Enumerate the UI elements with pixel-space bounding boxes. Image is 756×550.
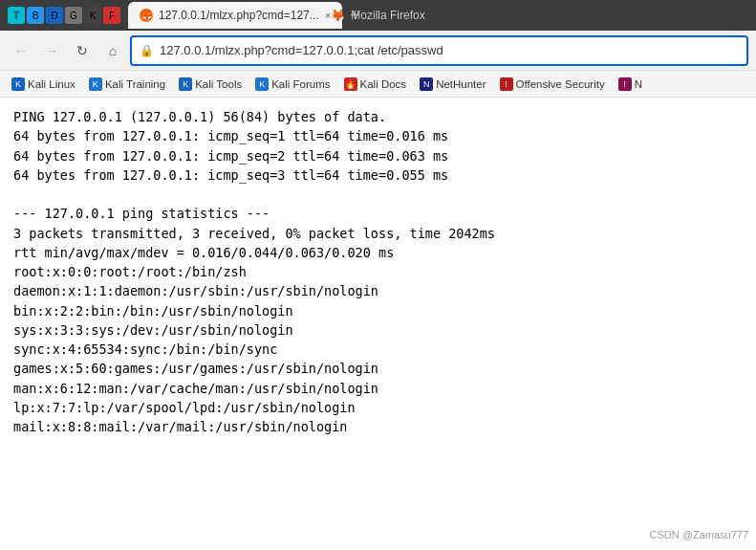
bookmark-nethunter[interactable]: N NetHunter xyxy=(414,76,491,93)
kali-forums-icon: K xyxy=(255,77,269,91)
url-bar[interactable]: 🔒 127.0.0.1/mlzx.php?cmd=127.0.0.1;cat /… xyxy=(130,35,748,66)
bookmark-kali-forums[interactable]: K Kali Forums xyxy=(249,76,335,93)
bookmark-n[interactable]: ! N xyxy=(613,76,648,93)
bookmark-kali-training[interactable]: K Kali Training xyxy=(83,76,171,93)
terminal-output: PING 127.0.0.1 (127.0.0.1) 56(84) bytes … xyxy=(13,107,743,436)
favicon-dark: K xyxy=(84,7,101,24)
favicon-red: F xyxy=(103,7,120,24)
page-content: PING 127.0.0.1 (127.0.0.1) 56(84) bytes … xyxy=(0,98,756,550)
url-text: 127.0.0.1/mlzx.php?cmd=127.0.0.1;cat /et… xyxy=(160,43,739,57)
bookmark-label: Kali Tools xyxy=(195,78,242,90)
bookmark-offensive-security[interactable]: ! Offensive Security xyxy=(494,76,611,93)
bookmark-label: Kali Docs xyxy=(360,78,407,90)
window-title: 🦊 Mozilla Firefox xyxy=(331,9,424,22)
forward-button[interactable]: → xyxy=(38,37,65,64)
kali-docs-icon: 🔥 xyxy=(344,77,357,91)
lock-icon: 🔒 xyxy=(140,44,154,57)
tab-close-button[interactable]: × xyxy=(325,10,331,21)
bookmark-kali-tools[interactable]: K Kali Tools xyxy=(173,76,248,93)
nethunter-icon: N xyxy=(420,77,433,91)
n-icon: ! xyxy=(618,77,632,91)
url-full: 127.0.0.1/mlzx.php?cmd=127.0.0.1;cat /et… xyxy=(160,43,443,57)
home-button[interactable]: ⌂ xyxy=(99,37,126,64)
tab-favicon: 🦊 xyxy=(140,9,153,22)
bookmark-label: N xyxy=(635,78,642,90)
kali-linux-icon: K xyxy=(11,77,25,91)
new-tab-button[interactable]: + xyxy=(350,6,360,26)
favicon-group: T B D G K F xyxy=(8,7,120,24)
bookmarks-bar: K Kali Linux K Kali Training K Kali Tool… xyxy=(0,71,756,98)
navbar: ← → ↻ ⌂ 🔒 127.0.0.1/mlzx.php?cmd=127.0.0… xyxy=(0,31,756,71)
titlebar: T B D G K F 🦊 127.0.0.1/mlzx.php?cmd=127… xyxy=(0,0,756,31)
tab-label: 127.0.0.1/mlzx.php?cmd=127... xyxy=(159,9,319,22)
favicon-blue: B xyxy=(27,7,44,24)
active-tab[interactable]: 🦊 127.0.0.1/mlzx.php?cmd=127... × xyxy=(128,2,342,29)
bookmark-kali-linux[interactable]: K Kali Linux xyxy=(6,76,81,93)
bookmark-label: Offensive Security xyxy=(516,78,605,90)
bookmark-kali-docs[interactable]: 🔥 Kali Docs xyxy=(338,76,413,93)
reload-button[interactable]: ↻ xyxy=(69,37,96,64)
kali-training-icon: K xyxy=(89,77,102,91)
bookmark-label: Kali Training xyxy=(105,78,165,90)
bookmark-label: Kali Forums xyxy=(271,78,330,90)
bookmark-label: Kali Linux xyxy=(28,78,76,90)
offensive-security-icon: ! xyxy=(500,77,513,91)
favicon-teal: T xyxy=(8,7,25,24)
back-button[interactable]: ← xyxy=(8,37,34,64)
kali-tools-icon: K xyxy=(179,77,192,91)
favicon-gray: G xyxy=(65,7,82,24)
watermark: CSDN @Zamasu777 xyxy=(650,527,748,543)
favicon-darkblue: D xyxy=(46,7,63,24)
bookmark-label: NetHunter xyxy=(436,78,486,90)
